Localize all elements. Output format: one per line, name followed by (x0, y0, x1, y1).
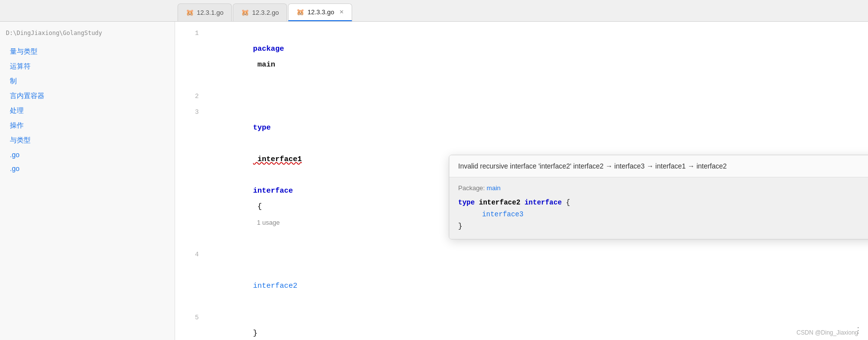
tab-12.3.1[interactable]: 🐹 12.3.1.go (178, 3, 232, 21)
go-icon-1: 🐹 (186, 9, 194, 16)
tooltip-interface3-ref: interface3 (482, 210, 523, 218)
main-layout: D:\DingJiaxiong\GolangStudy 量与类型 运算符 制 言… (0, 22, 868, 340)
keyword-package: package (253, 45, 284, 53)
tooltip-error: Invalid recursive interface 'interface2'… (449, 155, 868, 177)
line-num-4: 4 (179, 247, 199, 263)
tooltip-body: Package: main type interface2 interface … (449, 177, 868, 239)
tooltip-error-text: Invalid recursive interface 'interface2'… (458, 162, 727, 170)
sidebar: D:\DingJiaxiong\GolangStudy 量与类型 运算符 制 言… (0, 22, 175, 340)
tab-12.3.3[interactable]: 🐹 12.3.3.go ✕ (288, 3, 352, 21)
go-icon-3: 🐹 (296, 8, 304, 16)
sidebar-path: D:\DingJiaxiong\GolangStudy (6, 30, 169, 36)
sidebar-item-8[interactable]: .go (6, 162, 169, 175)
package-value: main (487, 184, 501, 192)
sidebar-item-3[interactable]: 言内置容器 (6, 89, 169, 103)
brace-open-3: { (253, 203, 262, 211)
tooltip-kw-interface: interface (524, 199, 562, 206)
interface2-ref: interface2 (253, 282, 297, 290)
line-content-4: interface2 (209, 247, 864, 310)
tooltip-code: type interface2 interface { interface3 } (458, 197, 868, 232)
line-content-1: package main (209, 26, 864, 89)
tab-12.3.2[interactable]: 🐹 12.3.2.go (233, 3, 287, 21)
tab-label-1: 12.3.1.go (197, 9, 223, 16)
line-num-2: 2 (179, 89, 199, 104)
sidebar-item-4[interactable]: 处理 (6, 103, 169, 118)
line-content-2 (209, 89, 864, 104)
sidebar-item-1[interactable]: 运算符 (6, 59, 169, 74)
package-label: Package: (458, 184, 485, 192)
interface1-name: interface1 (253, 155, 302, 164)
sidebar-item-2[interactable]: 制 (6, 74, 169, 89)
tooltip-code-line-1: type interface2 interface { (458, 197, 868, 208)
line-num-5: 5 (179, 310, 199, 326)
editor-area: 1 package main 2 3 type interface1 (175, 22, 868, 340)
tooltip-overlay: Invalid recursive interface 'interface2'… (449, 155, 868, 239)
keyword-interface-3: interface (253, 187, 293, 195)
tooltip-kw-type: type (458, 199, 475, 206)
line-num-3: 3 (179, 104, 199, 120)
tab-bar: 🐹 12.3.1.go 🐹 12.3.2.go 🐹 12.3.3.go ✕ (0, 0, 868, 22)
go-icon-2: 🐹 (241, 9, 249, 16)
line-num-1: 1 (179, 26, 199, 41)
keyword-type-3: type (253, 124, 271, 132)
brace-close-5: } (253, 329, 257, 338)
code-line-4: 4 interface2 (175, 247, 868, 310)
line-content-5: } (209, 310, 864, 340)
tooltip-interface2-name: interface2 (479, 199, 520, 206)
code-line-2: 2 (175, 89, 868, 104)
tooltip-code-line-3: } (458, 220, 868, 232)
tooltip-brace-close: } (458, 222, 462, 230)
sidebar-item-6[interactable]: 与类型 (6, 133, 169, 148)
tooltip-code-line-2: interface3 (458, 208, 868, 220)
sidebar-item-5[interactable]: 操作 (6, 118, 169, 133)
tooltip-brace-open: { (566, 199, 570, 206)
menu-dots-button[interactable]: ⋮ (853, 325, 863, 335)
tab-label-2: 12.3.2.go (252, 9, 279, 16)
package-name: main (253, 61, 275, 69)
code-line-1: 1 package main (175, 26, 868, 89)
close-tab-button[interactable]: ✕ (339, 9, 344, 15)
sidebar-item-0[interactable]: 量与类型 (6, 44, 169, 59)
sidebar-item-7[interactable]: .go (6, 148, 169, 162)
tooltip-package-line: Package: main (458, 184, 868, 192)
tab-label-3: 12.3.3.go (307, 8, 334, 16)
code-line-5: 5 } (175, 310, 868, 340)
usage-hint-3: 1 usage (257, 219, 280, 226)
indent-4 (253, 263, 273, 278)
